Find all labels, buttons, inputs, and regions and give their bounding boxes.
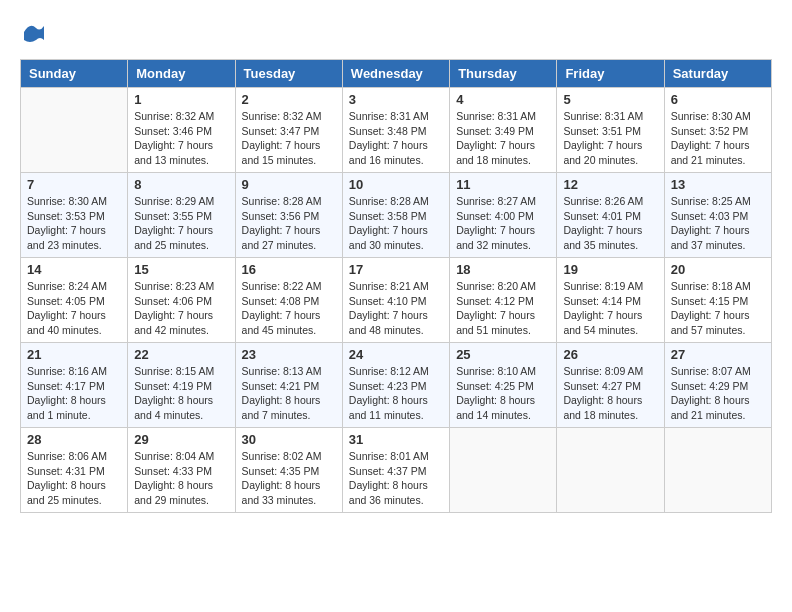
day-info: Sunrise: 8:32 AMSunset: 3:46 PMDaylight:… <box>134 109 228 168</box>
day-info: Sunrise: 8:31 AMSunset: 3:51 PMDaylight:… <box>563 109 657 168</box>
day-info: Sunrise: 8:13 AMSunset: 4:21 PMDaylight:… <box>242 364 336 423</box>
day-cell: 22Sunrise: 8:15 AMSunset: 4:19 PMDayligh… <box>128 343 235 428</box>
day-number: 6 <box>671 92 765 107</box>
day-cell: 9Sunrise: 8:28 AMSunset: 3:56 PMDaylight… <box>235 173 342 258</box>
day-cell: 27Sunrise: 8:07 AMSunset: 4:29 PMDayligh… <box>664 343 771 428</box>
day-number: 19 <box>563 262 657 277</box>
day-number: 2 <box>242 92 336 107</box>
day-number: 10 <box>349 177 443 192</box>
day-info: Sunrise: 8:19 AMSunset: 4:14 PMDaylight:… <box>563 279 657 338</box>
logo <box>20 20 46 49</box>
day-info: Sunrise: 8:29 AMSunset: 3:55 PMDaylight:… <box>134 194 228 253</box>
header-wednesday: Wednesday <box>342 60 449 88</box>
day-info: Sunrise: 8:09 AMSunset: 4:27 PMDaylight:… <box>563 364 657 423</box>
day-cell: 3Sunrise: 8:31 AMSunset: 3:48 PMDaylight… <box>342 88 449 173</box>
day-info: Sunrise: 8:16 AMSunset: 4:17 PMDaylight:… <box>27 364 121 423</box>
day-info: Sunrise: 8:28 AMSunset: 3:56 PMDaylight:… <box>242 194 336 253</box>
day-number: 25 <box>456 347 550 362</box>
day-cell: 20Sunrise: 8:18 AMSunset: 4:15 PMDayligh… <box>664 258 771 343</box>
day-info: Sunrise: 8:18 AMSunset: 4:15 PMDaylight:… <box>671 279 765 338</box>
day-number: 16 <box>242 262 336 277</box>
day-number: 12 <box>563 177 657 192</box>
calendar-table: SundayMondayTuesdayWednesdayThursdayFrid… <box>20 59 772 513</box>
day-cell: 31Sunrise: 8:01 AMSunset: 4:37 PMDayligh… <box>342 428 449 513</box>
day-number: 17 <box>349 262 443 277</box>
day-number: 1 <box>134 92 228 107</box>
day-cell: 17Sunrise: 8:21 AMSunset: 4:10 PMDayligh… <box>342 258 449 343</box>
day-info: Sunrise: 8:25 AMSunset: 4:03 PMDaylight:… <box>671 194 765 253</box>
day-number: 8 <box>134 177 228 192</box>
day-cell: 10Sunrise: 8:28 AMSunset: 3:58 PMDayligh… <box>342 173 449 258</box>
day-cell: 16Sunrise: 8:22 AMSunset: 4:08 PMDayligh… <box>235 258 342 343</box>
day-info: Sunrise: 8:30 AMSunset: 3:52 PMDaylight:… <box>671 109 765 168</box>
day-info: Sunrise: 8:23 AMSunset: 4:06 PMDaylight:… <box>134 279 228 338</box>
day-info: Sunrise: 8:22 AMSunset: 4:08 PMDaylight:… <box>242 279 336 338</box>
day-info: Sunrise: 8:20 AMSunset: 4:12 PMDaylight:… <box>456 279 550 338</box>
week-row-4: 21Sunrise: 8:16 AMSunset: 4:17 PMDayligh… <box>21 343 772 428</box>
day-number: 11 <box>456 177 550 192</box>
day-info: Sunrise: 8:02 AMSunset: 4:35 PMDaylight:… <box>242 449 336 508</box>
header-sunday: Sunday <box>21 60 128 88</box>
day-cell: 12Sunrise: 8:26 AMSunset: 4:01 PMDayligh… <box>557 173 664 258</box>
day-cell <box>557 428 664 513</box>
day-number: 13 <box>671 177 765 192</box>
day-number: 27 <box>671 347 765 362</box>
day-number: 14 <box>27 262 121 277</box>
day-cell: 13Sunrise: 8:25 AMSunset: 4:03 PMDayligh… <box>664 173 771 258</box>
week-row-5: 28Sunrise: 8:06 AMSunset: 4:31 PMDayligh… <box>21 428 772 513</box>
header-thursday: Thursday <box>450 60 557 88</box>
day-cell: 23Sunrise: 8:13 AMSunset: 4:21 PMDayligh… <box>235 343 342 428</box>
day-number: 30 <box>242 432 336 447</box>
day-number: 28 <box>27 432 121 447</box>
day-number: 31 <box>349 432 443 447</box>
day-info: Sunrise: 8:28 AMSunset: 3:58 PMDaylight:… <box>349 194 443 253</box>
day-info: Sunrise: 8:26 AMSunset: 4:01 PMDaylight:… <box>563 194 657 253</box>
day-info: Sunrise: 8:31 AMSunset: 3:48 PMDaylight:… <box>349 109 443 168</box>
day-cell: 11Sunrise: 8:27 AMSunset: 4:00 PMDayligh… <box>450 173 557 258</box>
day-number: 21 <box>27 347 121 362</box>
day-cell: 8Sunrise: 8:29 AMSunset: 3:55 PMDaylight… <box>128 173 235 258</box>
day-number: 24 <box>349 347 443 362</box>
day-cell: 21Sunrise: 8:16 AMSunset: 4:17 PMDayligh… <box>21 343 128 428</box>
header <box>20 20 772 49</box>
day-info: Sunrise: 8:04 AMSunset: 4:33 PMDaylight:… <box>134 449 228 508</box>
day-info: Sunrise: 8:06 AMSunset: 4:31 PMDaylight:… <box>27 449 121 508</box>
day-number: 23 <box>242 347 336 362</box>
day-info: Sunrise: 8:01 AMSunset: 4:37 PMDaylight:… <box>349 449 443 508</box>
day-cell <box>450 428 557 513</box>
day-info: Sunrise: 8:07 AMSunset: 4:29 PMDaylight:… <box>671 364 765 423</box>
day-number: 22 <box>134 347 228 362</box>
day-number: 5 <box>563 92 657 107</box>
day-cell: 14Sunrise: 8:24 AMSunset: 4:05 PMDayligh… <box>21 258 128 343</box>
day-cell: 18Sunrise: 8:20 AMSunset: 4:12 PMDayligh… <box>450 258 557 343</box>
day-cell: 6Sunrise: 8:30 AMSunset: 3:52 PMDaylight… <box>664 88 771 173</box>
day-info: Sunrise: 8:12 AMSunset: 4:23 PMDaylight:… <box>349 364 443 423</box>
header-row: SundayMondayTuesdayWednesdayThursdayFrid… <box>21 60 772 88</box>
day-cell <box>664 428 771 513</box>
header-monday: Monday <box>128 60 235 88</box>
day-cell <box>21 88 128 173</box>
day-cell: 5Sunrise: 8:31 AMSunset: 3:51 PMDaylight… <box>557 88 664 173</box>
day-cell: 4Sunrise: 8:31 AMSunset: 3:49 PMDaylight… <box>450 88 557 173</box>
day-cell: 25Sunrise: 8:10 AMSunset: 4:25 PMDayligh… <box>450 343 557 428</box>
day-info: Sunrise: 8:27 AMSunset: 4:00 PMDaylight:… <box>456 194 550 253</box>
day-info: Sunrise: 8:31 AMSunset: 3:49 PMDaylight:… <box>456 109 550 168</box>
day-info: Sunrise: 8:10 AMSunset: 4:25 PMDaylight:… <box>456 364 550 423</box>
day-number: 9 <box>242 177 336 192</box>
header-saturday: Saturday <box>664 60 771 88</box>
week-row-1: 1Sunrise: 8:32 AMSunset: 3:46 PMDaylight… <box>21 88 772 173</box>
day-number: 4 <box>456 92 550 107</box>
day-cell: 26Sunrise: 8:09 AMSunset: 4:27 PMDayligh… <box>557 343 664 428</box>
day-cell: 2Sunrise: 8:32 AMSunset: 3:47 PMDaylight… <box>235 88 342 173</box>
week-row-2: 7Sunrise: 8:30 AMSunset: 3:53 PMDaylight… <box>21 173 772 258</box>
day-info: Sunrise: 8:21 AMSunset: 4:10 PMDaylight:… <box>349 279 443 338</box>
day-number: 26 <box>563 347 657 362</box>
day-cell: 30Sunrise: 8:02 AMSunset: 4:35 PMDayligh… <box>235 428 342 513</box>
week-row-3: 14Sunrise: 8:24 AMSunset: 4:05 PMDayligh… <box>21 258 772 343</box>
day-number: 3 <box>349 92 443 107</box>
day-number: 20 <box>671 262 765 277</box>
day-cell: 7Sunrise: 8:30 AMSunset: 3:53 PMDaylight… <box>21 173 128 258</box>
day-number: 7 <box>27 177 121 192</box>
day-cell: 1Sunrise: 8:32 AMSunset: 3:46 PMDaylight… <box>128 88 235 173</box>
day-cell: 24Sunrise: 8:12 AMSunset: 4:23 PMDayligh… <box>342 343 449 428</box>
